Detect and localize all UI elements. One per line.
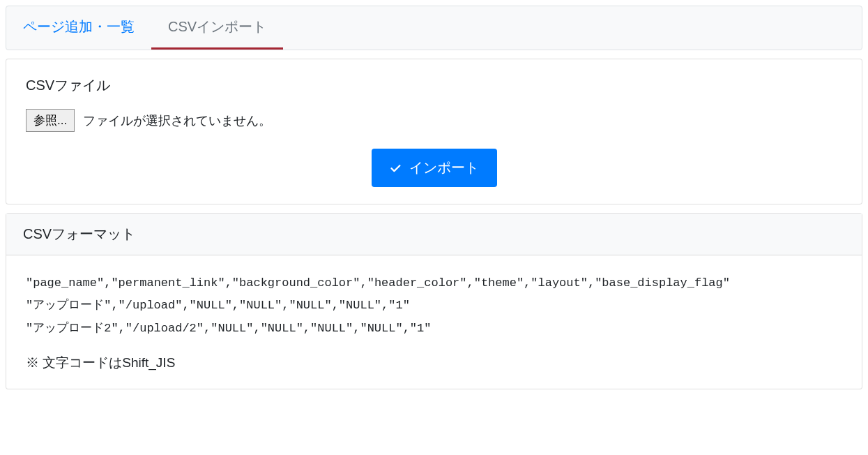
tab-bar: ページ追加・一覧 CSVインポート bbox=[6, 6, 862, 50]
tab-page-list[interactable]: ページ追加・一覧 bbox=[6, 6, 151, 50]
encoding-note: ※ 文字コードはShift_JIS bbox=[26, 354, 842, 372]
csv-format-example: "page_name","permanent_link","background… bbox=[26, 272, 842, 340]
csv-file-label: CSVファイル bbox=[26, 76, 842, 95]
file-browse-button[interactable]: 参照... bbox=[26, 109, 75, 132]
tab-csv-import[interactable]: CSVインポート bbox=[151, 6, 283, 50]
check-icon bbox=[390, 162, 402, 174]
csv-format-card: CSVフォーマット "page_name","permanent_link","… bbox=[6, 213, 862, 389]
file-selection-status: ファイルが選択されていません。 bbox=[83, 112, 271, 129]
csv-upload-card: CSVファイル 参照... ファイルが選択されていません。 インポート bbox=[6, 59, 862, 204]
csv-format-header: CSVフォーマット bbox=[6, 214, 862, 255]
import-button[interactable]: インポート bbox=[372, 149, 497, 187]
import-button-label: インポート bbox=[409, 158, 479, 177]
file-input-row: 参照... ファイルが選択されていません。 bbox=[26, 109, 842, 132]
